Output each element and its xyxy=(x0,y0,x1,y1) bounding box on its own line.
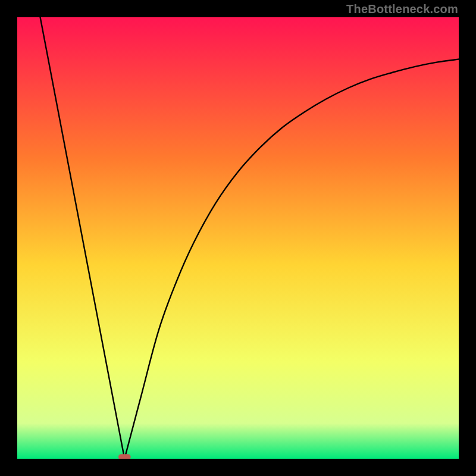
plot-svg xyxy=(17,17,459,459)
watermark-text: TheBottleneck.com xyxy=(346,2,458,16)
chart-frame: TheBottleneck.com xyxy=(0,0,476,476)
gradient-background xyxy=(17,17,459,459)
plot-area xyxy=(17,17,459,459)
min-marker xyxy=(118,454,131,459)
